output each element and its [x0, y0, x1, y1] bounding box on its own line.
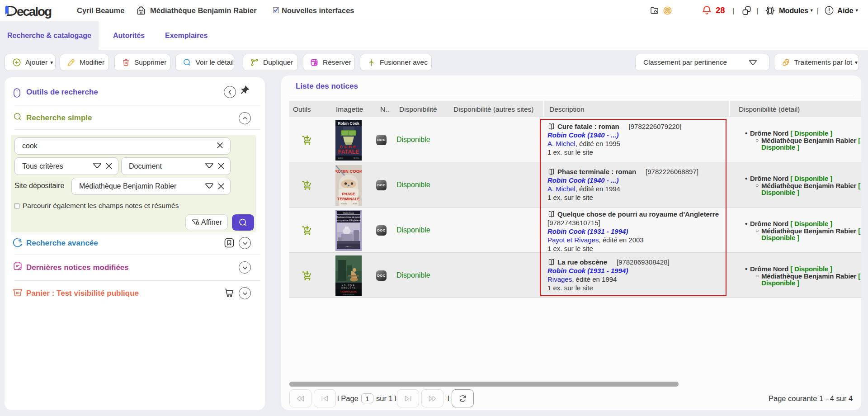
svg-text:ecalog: ecalog	[17, 5, 52, 19]
svg-text:ROMAN: ROMAN	[341, 203, 347, 205]
svg-text:PAYOT: PAYOT	[346, 246, 352, 248]
svg-text:RIVAGES/NOIR: RIVAGES/NOIR	[343, 294, 354, 296]
svg-text:ALBIN: ALBIN	[338, 157, 343, 159]
svg-text:ROBIN COOK: ROBIN COOK	[340, 290, 357, 293]
svg-text:TERMINALE: TERMINALE	[337, 197, 360, 201]
svg-text:ALBIN: ALBIN	[353, 203, 358, 205]
svg-text:PHASE: PHASE	[342, 192, 355, 196]
svg-text:MICHEL: MICHEL	[354, 157, 359, 159]
svg-text:au royaume d'Angleterre: au royaume d'Angleterre	[336, 219, 361, 222]
svg-text:OBSCÈNE: OBSCÈNE	[341, 286, 356, 289]
svg-text:Robin Cook: Robin Cook	[338, 121, 359, 126]
svg-text:LA RUE: LA RUE	[342, 284, 355, 286]
svg-text:FATALE: FATALE	[338, 149, 359, 155]
svg-text:Robin Cook: Robin Cook	[343, 212, 354, 214]
svg-text:Quelque chose de pourri: Quelque chose de pourri	[336, 216, 361, 218]
